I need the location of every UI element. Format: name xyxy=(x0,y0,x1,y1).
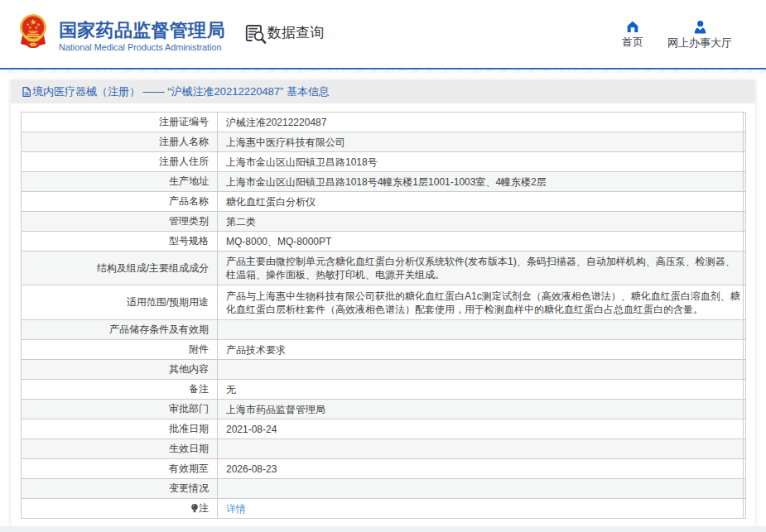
service-hall-label: 网上办事大厅 xyxy=(667,36,732,50)
service-hall-link[interactable]: 网上办事大厅 xyxy=(667,21,732,50)
brand-title-en: National Medical Products Administration xyxy=(59,42,221,52)
row-value: MQ-8000、MQ-8000PT xyxy=(218,232,746,252)
row-value: 产品技术要求 xyxy=(218,340,746,360)
row-value xyxy=(218,439,746,459)
home-link[interactable]: 首页 xyxy=(622,21,643,50)
row-value: 产品主要由微控制单元含糖化血红蛋白分析仪系统软件(发布版本1)、条码扫描器、自动… xyxy=(218,252,746,285)
content-panel: 境内医疗器械（注册） —— “沪械注准20212220487” 基本信息 注册证… xyxy=(11,80,755,526)
row-value xyxy=(218,320,746,340)
row-label: 产品名称 xyxy=(22,192,218,212)
footer-strip xyxy=(0,526,766,532)
table-row: 注册人住所上海市金山区山阳镇卫昌路1018号 xyxy=(22,152,746,172)
row-label: 注册证编号 xyxy=(22,113,218,132)
row-value: 详情 xyxy=(218,499,746,519)
row-value: 上海惠中医疗科技有限公司 xyxy=(218,132,746,152)
top-links: 首页 网上办事大厅 xyxy=(622,21,732,50)
table-row: 审批部门上海市药品监督管理局 xyxy=(22,400,746,419)
table-row: 产品储存条件及有效期 xyxy=(22,320,746,340)
national-emblem-logo xyxy=(18,14,48,48)
row-value: 上海市金山区山阳镇卫昌路1018号4幢东楼1层1001-1003室、4幢东楼2层 xyxy=(218,172,746,192)
table-row: 生产地址上海市金山区山阳镇卫昌路1018号4幢东楼1层1001-1003室、4幢… xyxy=(22,172,746,192)
table-row: 批准日期2021-08-24 xyxy=(22,419,746,439)
row-value: 产品与上海惠中生物科技有限公司获批的糖化血红蛋白A1c测定试剂盒（高效液相色谱法… xyxy=(218,285,746,320)
table-row: 管理类别第二类 xyxy=(22,212,746,232)
row-label: 注册人名称 xyxy=(22,132,218,152)
table-row: 变更情况 xyxy=(22,479,746,499)
row-label: 注册人住所 xyxy=(22,152,218,172)
row-label: 结构及组成/主要组成成分 xyxy=(22,252,218,285)
table-row: 备注无 xyxy=(22,380,746,400)
table-row: 附件产品技术要求 xyxy=(22,340,746,360)
row-value: 上海市金山区山阳镇卫昌路1018号 xyxy=(218,152,746,172)
row-value: 无 xyxy=(218,380,746,400)
home-link-label: 首页 xyxy=(622,35,643,50)
table-row: 注册证编号沪械注准20212220487 xyxy=(22,113,746,132)
table-outer-border xyxy=(743,112,744,519)
table-row: 结构及组成/主要组成成分产品主要由微控制单元含糖化血红蛋白分析仪系统软件(发布版… xyxy=(22,252,746,285)
table-row: 型号规格MQ-8000、MQ-8000PT xyxy=(22,232,746,252)
row-value: 2026-08-23 xyxy=(218,459,746,479)
breadcrumb: 境内医疗器械（注册） —— “沪械注准20212220487” 基本信息 xyxy=(11,80,755,103)
table-row: 注册人名称上海惠中医疗科技有限公司 xyxy=(22,132,746,152)
registration-info-table: 注册证编号沪械注准20212220487注册人名称上海惠中医疗科技有限公司注册人… xyxy=(21,112,746,519)
row-value: 第二类 xyxy=(218,212,746,232)
row-value: 糖化血红蛋白分析仪 xyxy=(218,192,746,212)
row-value xyxy=(218,360,746,380)
row-label: 批准日期 xyxy=(22,419,218,439)
table-row: 产品名称糖化血红蛋白分析仪 xyxy=(22,192,746,212)
row-value: 沪械注准20212220487 xyxy=(218,113,746,132)
row-label: 其他内容 xyxy=(22,360,218,380)
hatch-pattern-band xyxy=(0,69,766,73)
row-label: 生效日期 xyxy=(22,439,218,459)
row-label: 有效期至 xyxy=(22,459,218,479)
row-value: 2021-08-24 xyxy=(218,419,746,439)
row-label: 管理类别 xyxy=(22,212,218,232)
table-row: 注详情 xyxy=(22,499,746,519)
row-label: 变更情况 xyxy=(22,479,218,499)
brand-block: 国家药品监督管理局 National Medical Products Admi… xyxy=(59,21,232,52)
table-row: 适用范围/预期用途产品与上海惠中生物科技有限公司获批的糖化血红蛋白A1c测定试剂… xyxy=(22,285,746,320)
brand-title-cn: 国家药品监督管理局 xyxy=(59,21,232,41)
row-value: 上海市药品监督管理局 xyxy=(218,400,746,419)
row-label: 审批部门 xyxy=(22,400,218,419)
row-label: 附件 xyxy=(22,340,218,360)
document-search-icon xyxy=(245,24,267,46)
table-row: 其他内容 xyxy=(22,360,746,380)
table-row: 有效期至2026-08-23 xyxy=(22,459,746,479)
row-label: 注 xyxy=(22,499,218,519)
row-label: 产品储存条件及有效期 xyxy=(22,320,218,340)
document-icon xyxy=(22,87,31,97)
person-icon xyxy=(694,21,706,34)
row-label: 型号规格 xyxy=(22,232,218,252)
data-query-label: 数据查询 xyxy=(267,25,324,41)
row-value xyxy=(218,479,746,499)
row-label: 生产地址 xyxy=(22,172,218,192)
table-row: 生效日期 xyxy=(22,439,746,459)
bulb-icon xyxy=(191,504,198,513)
row-label: 备注 xyxy=(22,380,218,400)
breadcrumb-text: 境内医疗器械（注册） —— “沪械注准20212220487” 基本信息 xyxy=(32,84,330,99)
row-label: 适用范围/预期用途 xyxy=(22,285,218,320)
details-link[interactable]: 详情 xyxy=(226,503,246,515)
home-icon xyxy=(627,21,638,33)
site-header: 国家药品监督管理局 National Medical Products Admi… xyxy=(0,0,766,68)
